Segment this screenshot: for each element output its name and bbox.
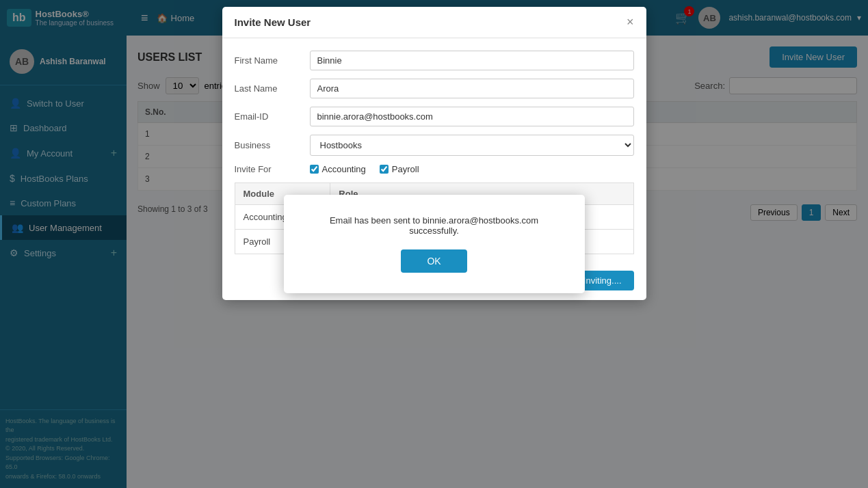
alert-message: Email has been sent to binnie.arora@host… (311, 215, 557, 236)
alert-ok-button[interactable]: OK (401, 249, 466, 273)
alert-box: Email has been sent to binnie.arora@host… (284, 195, 585, 293)
alert-overlay: Email has been sent to binnie.arora@host… (0, 0, 868, 488)
